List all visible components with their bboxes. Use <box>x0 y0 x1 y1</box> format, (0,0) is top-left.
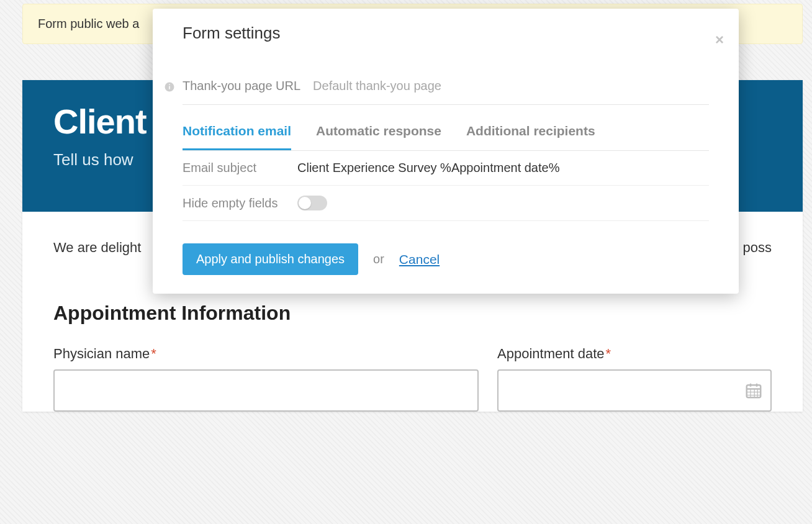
hide-empty-fields-label: Hide empty fields <box>183 196 297 210</box>
email-subject-label: Email subject <box>183 161 297 175</box>
physician-name-field: Physician name* <box>53 346 479 412</box>
settings-tabs: Notification email Automatic response Ad… <box>183 119 709 151</box>
form-settings-modal: Form settings × Thank-you page URL Defau… <box>153 9 739 294</box>
appointment-date-label: Appointment date* <box>497 346 772 362</box>
tab-notification-email[interactable]: Notification email <box>183 119 291 150</box>
tab-automatic-response[interactable]: Automatic response <box>316 119 441 150</box>
cancel-link[interactable]: Cancel <box>399 252 440 267</box>
svg-rect-0 <box>747 385 761 397</box>
physician-name-label: Physician name* <box>53 346 479 362</box>
thank-you-url-label: Thank-you page URL <box>183 79 300 93</box>
apply-publish-button[interactable]: Apply and publish changes <box>183 243 358 275</box>
or-text: or <box>373 252 384 266</box>
form-row: Physician name* Appointment date* <box>53 346 772 412</box>
hide-empty-fields-row: Hide empty fields <box>183 186 709 221</box>
email-subject-row[interactable]: Email subject Client Experience Survey %… <box>183 151 709 186</box>
hide-empty-fields-toggle[interactable] <box>297 196 327 210</box>
appointment-date-field: Appointment date* <box>497 346 772 412</box>
modal-title: Form settings <box>183 24 709 43</box>
tab-additional-recipients[interactable]: Additional recipients <box>466 119 595 150</box>
info-icon <box>164 81 175 96</box>
banner-text: Form public web a <box>38 17 139 30</box>
section-title: Appointment Information <box>53 302 772 325</box>
thank-you-url-value: Default thank-you page <box>313 79 441 93</box>
close-icon[interactable]: × <box>715 32 724 47</box>
appointment-date-input[interactable] <box>497 369 772 412</box>
modal-actions: Apply and publish changes or Cancel <box>183 243 709 275</box>
physician-name-input[interactable] <box>53 369 479 412</box>
required-asterisk: * <box>606 346 611 361</box>
calendar-icon[interactable] <box>744 381 763 400</box>
required-asterisk: * <box>151 346 156 361</box>
svg-rect-11 <box>169 84 170 86</box>
thank-you-url-row[interactable]: Thank-you page URL Default thank-you pag… <box>183 68 709 105</box>
svg-rect-10 <box>169 86 170 89</box>
email-subject-value: Client Experience Survey %Appointment da… <box>297 161 559 175</box>
